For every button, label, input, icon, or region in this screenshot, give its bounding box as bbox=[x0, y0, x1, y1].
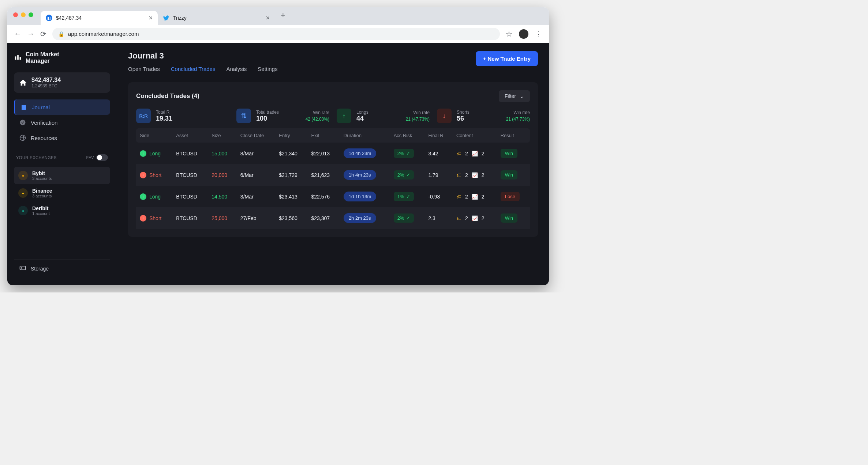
svg-rect-0 bbox=[15, 56, 16, 60]
content-cell: 🏷2 📈2 bbox=[456, 194, 493, 200]
filter-button[interactable]: Filter ⌄ bbox=[499, 90, 530, 102]
tab-close-icon[interactable]: × bbox=[266, 14, 270, 22]
check-icon: ✓ bbox=[406, 194, 410, 199]
side-cell: ↓Short bbox=[140, 215, 169, 222]
new-tab-button[interactable]: + bbox=[275, 11, 291, 20]
tab-close-icon[interactable]: × bbox=[149, 14, 153, 22]
col-exit[interactable]: Exit bbox=[308, 128, 340, 143]
col-acc-risk[interactable]: Acc Risk bbox=[390, 128, 425, 143]
logo[interactable]: Coin Market Manager bbox=[14, 51, 110, 64]
maximize-window-icon[interactable] bbox=[29, 12, 33, 17]
url-input[interactable]: 🔒 app.coinmarketmanager.com bbox=[52, 28, 500, 40]
stat-label: Shorts bbox=[457, 110, 469, 115]
profile-avatar-icon[interactable] bbox=[519, 29, 528, 39]
trades-panel: Concluded Trades (4) Filter ⌄ R:R Total … bbox=[128, 82, 538, 237]
exchange-binance[interactable]: ●Binance3 accounts bbox=[14, 184, 110, 202]
kebab-menu-icon[interactable]: ⋮ bbox=[535, 30, 542, 38]
col-asset[interactable]: Asset bbox=[172, 128, 208, 143]
address-bar: ← → ⟳ 🔒 app.coinmarketmanager.com ☆ ⋮ bbox=[7, 25, 549, 43]
table-row[interactable]: ↓ShortBTCUSD25,00027/Feb$23,560$23,3072h… bbox=[136, 207, 530, 229]
col-content[interactable]: Content bbox=[453, 128, 497, 143]
balance-card[interactable]: $42,487.34 1.24939 BTC bbox=[14, 72, 110, 93]
entry-cell: $23,413 bbox=[275, 186, 307, 207]
check-icon: ✓ bbox=[406, 172, 410, 178]
final-r-cell: -0.98 bbox=[424, 186, 453, 207]
tab-concluded-trades[interactable]: Concluded Trades bbox=[171, 66, 216, 72]
col-size[interactable]: Size bbox=[208, 128, 237, 143]
check-icon: ✓ bbox=[406, 215, 410, 221]
stats-row: R:R Total R 19.31 ⇅ Total trades bbox=[136, 109, 530, 123]
sidebar-item-resources[interactable]: Resources bbox=[14, 130, 110, 145]
risk-pill: 2% ✓ bbox=[394, 170, 414, 179]
duration-pill: 2h 2m 23s bbox=[344, 213, 376, 223]
browser-tab-active[interactable]: ◧ $42,487.34 × bbox=[41, 11, 158, 25]
window-controls bbox=[13, 12, 33, 17]
minimize-window-icon[interactable] bbox=[21, 12, 26, 17]
exchanges-header: YOUR EXCHANGES FAV bbox=[16, 154, 108, 161]
exchange-bybit[interactable]: ●Bybit3 accounts bbox=[14, 167, 110, 184]
col-duration[interactable]: Duration bbox=[340, 128, 390, 143]
exchange-deribit[interactable]: ●Deribit1 account bbox=[14, 202, 110, 219]
duration-pill: 1d 1h 13m bbox=[344, 192, 376, 201]
table-row[interactable]: ↑LongBTCUSD14,5003/Mar$23,413$22,5761d 1… bbox=[136, 186, 530, 207]
storage-link[interactable]: Storage bbox=[14, 260, 110, 277]
final-r-cell: 2.3 bbox=[424, 207, 453, 229]
browser-tab-inactive[interactable]: Trizzy × bbox=[158, 11, 275, 25]
table-row[interactable]: ↓ShortBTCUSD20,0006/Mar$21,729$21,6231h … bbox=[136, 164, 530, 186]
duration-pill: 1d 4h 23m bbox=[344, 148, 376, 158]
tab-open-trades[interactable]: Open Trades bbox=[128, 66, 160, 72]
content-cell: 🏷2 📈2 bbox=[456, 215, 493, 221]
side-cell: ↑Long bbox=[140, 193, 169, 200]
tab-title: $42,487.34 bbox=[56, 15, 82, 21]
size-cell: 15,000 bbox=[208, 143, 237, 164]
fav-toggle[interactable] bbox=[96, 154, 108, 161]
bookmark-icon[interactable]: ☆ bbox=[506, 30, 512, 38]
sidebar-item-verification[interactable]: Verification bbox=[14, 115, 110, 130]
tab-title: Trizzy bbox=[173, 15, 187, 21]
exit-cell: $22,013 bbox=[308, 143, 340, 164]
fav-label: FAV bbox=[86, 155, 94, 160]
tag-icon: 🏷 bbox=[456, 194, 461, 200]
svg-point-6 bbox=[21, 268, 22, 268]
entry-cell: $21,729 bbox=[275, 164, 307, 186]
col-side[interactable]: Side bbox=[136, 128, 172, 143]
chart-icon: 📈 bbox=[472, 151, 478, 156]
side-cell: ↓Short bbox=[140, 172, 169, 178]
col-entry[interactable]: Entry bbox=[275, 128, 307, 143]
stat-label: Total R bbox=[156, 110, 172, 115]
resources-icon bbox=[19, 134, 26, 141]
table-row[interactable]: ↑LongBTCUSD15,0008/Mar$21,340$22,0131d 4… bbox=[136, 143, 530, 164]
col-final-r[interactable]: Final R bbox=[424, 128, 453, 143]
main-content: Journal 3 Open TradesConcluded TradesAna… bbox=[117, 43, 549, 285]
tag-icon: 🏷 bbox=[456, 151, 461, 156]
arrow-up-icon: ↑ bbox=[337, 109, 351, 123]
swap-icon: ⇅ bbox=[236, 109, 251, 123]
storage-label: Storage bbox=[31, 266, 49, 272]
new-trade-button[interactable]: + New Trade Entry bbox=[476, 51, 538, 66]
sidebar-item-journal[interactable]: Journal bbox=[14, 99, 110, 115]
browser-window: ◧ $42,487.34 × Trizzy × + ← → ⟳ 🔒 app.co… bbox=[7, 7, 549, 285]
arrow-up-icon: ↑ bbox=[140, 150, 146, 157]
tab-settings[interactable]: Settings bbox=[258, 66, 277, 72]
logo-icon bbox=[14, 54, 22, 62]
exchanges-label: YOUR EXCHANGES bbox=[16, 155, 57, 160]
stat-label: Total trades bbox=[256, 110, 279, 115]
forward-icon[interactable]: → bbox=[27, 30, 34, 38]
browser-tab-strip: ◧ $42,487.34 × Trizzy × + bbox=[7, 7, 549, 25]
entry-cell: $21,340 bbox=[275, 143, 307, 164]
stat-extra-value: 42 (42.00%) bbox=[306, 117, 329, 122]
content-cell: 🏷2 📈2 bbox=[456, 151, 493, 156]
stat-value: 56 bbox=[457, 115, 469, 122]
reload-icon[interactable]: ⟳ bbox=[40, 30, 46, 38]
nav-label: Resources bbox=[31, 135, 57, 141]
asset-cell: BTCUSD bbox=[172, 186, 208, 207]
close-window-icon[interactable] bbox=[13, 12, 18, 17]
chart-icon: 📈 bbox=[472, 194, 478, 200]
back-icon[interactable]: ← bbox=[14, 30, 21, 38]
logo-text-1: Coin Market bbox=[26, 51, 59, 58]
result-pill: Lose bbox=[501, 192, 520, 201]
col-result[interactable]: Result bbox=[497, 128, 530, 143]
tab-analysis[interactable]: Analysis bbox=[226, 66, 247, 72]
panel-title: Concluded Trades (4) bbox=[136, 92, 199, 100]
col-close-date[interactable]: Close Date bbox=[237, 128, 275, 143]
